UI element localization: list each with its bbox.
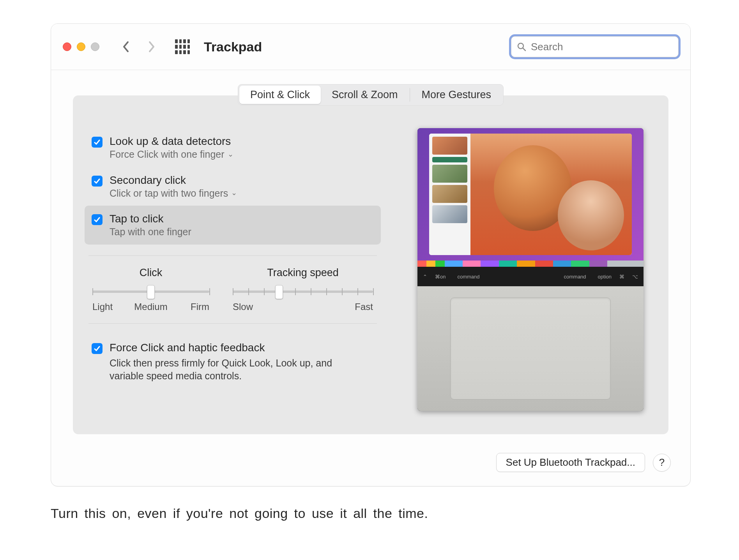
preview-photos-window	[429, 134, 632, 255]
preview-screen	[417, 128, 644, 261]
bottom-bar: Set Up Bluetooth Trackpad... ?	[51, 445, 690, 486]
option-tap-subtitle: Tap with one finger	[110, 225, 191, 238]
checkmark-icon	[94, 345, 101, 352]
slider-click-label-medium: Medium	[131, 301, 170, 312]
slider-tracking: Tracking speed Slow Fast	[233, 267, 373, 312]
search-icon	[517, 42, 526, 51]
option-secondary-dropdown[interactable]: Click or tap with two fingers ⌄	[110, 187, 237, 200]
slider-click-thumb[interactable]	[147, 285, 155, 299]
window-controls	[63, 42, 99, 51]
key-label: on	[440, 274, 446, 280]
options-column: Look up & data detectors Force Click wit…	[85, 128, 381, 411]
checkbox-force-click[interactable]	[92, 343, 103, 354]
key-symbol: ⌘	[619, 274, 624, 280]
search-field[interactable]	[511, 36, 679, 57]
option-lookup-dropdown[interactable]: Force Click with one finger ⌄	[110, 148, 233, 161]
key-symbol: ⌘	[435, 274, 440, 280]
chevron-left-icon	[122, 41, 130, 53]
toolbar: Trackpad	[51, 24, 690, 70]
slider-tracking-label-fast: Fast	[355, 301, 373, 312]
pane-title: Trackpad	[204, 39, 262, 55]
option-secondary-subtitle: Click or tap with two fingers	[110, 187, 228, 200]
slider-click: Click Light Medium Fir	[92, 267, 209, 312]
checkmark-icon	[94, 216, 101, 223]
tab-divider	[410, 88, 410, 102]
key-label: command	[564, 274, 586, 280]
svg-line-1	[523, 48, 525, 51]
tab-more-gestures[interactable]: More Gestures	[411, 86, 502, 104]
key-symbol: ⌃	[423, 274, 427, 280]
zoom-window-button[interactable]	[91, 42, 99, 51]
option-force-description: Click then press firmly for Quick Look, …	[110, 357, 351, 383]
slider-tracking-thumb[interactable]	[275, 285, 283, 299]
checkmark-icon	[94, 139, 101, 146]
option-lookup: Look up & data detectors Force Click wit…	[85, 128, 381, 167]
tab-scroll-and-zoom[interactable]: Scroll & Zoom	[321, 86, 409, 104]
help-button[interactable]: ?	[653, 454, 671, 472]
preview-dock	[417, 261, 644, 267]
slider-tracking-label-slow: Slow	[233, 301, 253, 312]
divider	[88, 323, 377, 324]
option-lookup-title: Look up & data detectors	[110, 134, 233, 148]
option-secondary-title: Secondary click	[110, 173, 237, 187]
forward-button[interactable]	[143, 39, 159, 55]
slider-click-title: Click	[140, 267, 163, 279]
grid-dot-icon	[175, 39, 178, 43]
gesture-preview: ⌃ ⌘ on command command option	[417, 128, 644, 411]
tab-bar: Point & Click Scroll & Zoom More Gesture…	[238, 84, 504, 106]
setup-bluetooth-trackpad-button[interactable]: Set Up Bluetooth Trackpad...	[496, 453, 645, 472]
option-tap-title: Tap to click	[110, 212, 191, 225]
show-all-button[interactable]	[175, 39, 190, 54]
system-preferences-window: Trackpad Point & Click Scroll & Zoom Mor…	[51, 23, 691, 486]
option-secondary-click: Secondary click Click or tap with two fi…	[85, 167, 381, 206]
option-force-click: Force Click and haptic feedback Click th…	[85, 335, 381, 389]
key-symbol: ⌥	[632, 274, 638, 280]
sliders-row: Click Light Medium Fir	[85, 267, 381, 312]
minimize-window-button[interactable]	[77, 42, 85, 51]
slider-click-track[interactable]	[92, 286, 209, 298]
settings-panel: Look up & data detectors Force Click wit…	[73, 95, 668, 434]
divider	[88, 255, 377, 256]
preview-keyboard-row: ⌃ ⌘ on command command option	[417, 267, 644, 286]
chevron-right-icon	[147, 41, 155, 53]
option-tap-to-click: Tap to click Tap with one finger	[85, 206, 381, 245]
chevron-down-icon: ⌄	[228, 150, 233, 159]
checkbox-tap-to-click[interactable]	[92, 214, 103, 225]
checkmark-icon	[94, 178, 101, 185]
checkbox-lookup[interactable]	[92, 137, 103, 148]
tab-point-and-click[interactable]: Point & Click	[239, 86, 321, 104]
search-input[interactable]	[530, 41, 673, 53]
preview-trackpad-area	[417, 286, 644, 411]
checkbox-secondary-click[interactable]	[92, 176, 103, 187]
slider-tracking-title: Tracking speed	[267, 267, 339, 279]
option-lookup-subtitle: Force Click with one finger	[110, 148, 225, 161]
slider-click-label-light: Light	[92, 301, 131, 312]
option-force-title: Force Click and haptic feedback	[110, 341, 351, 354]
preview-trackpad	[450, 298, 611, 400]
slider-click-label-firm: Firm	[170, 301, 209, 312]
key-label: command	[457, 274, 479, 280]
close-window-button[interactable]	[63, 42, 71, 51]
back-button[interactable]	[118, 39, 134, 55]
key-label: option	[598, 274, 612, 280]
slider-tracking-track[interactable]	[233, 286, 373, 298]
chevron-down-icon: ⌄	[231, 188, 237, 197]
article-caption: Turn this on, even if you're not going t…	[51, 506, 688, 521]
